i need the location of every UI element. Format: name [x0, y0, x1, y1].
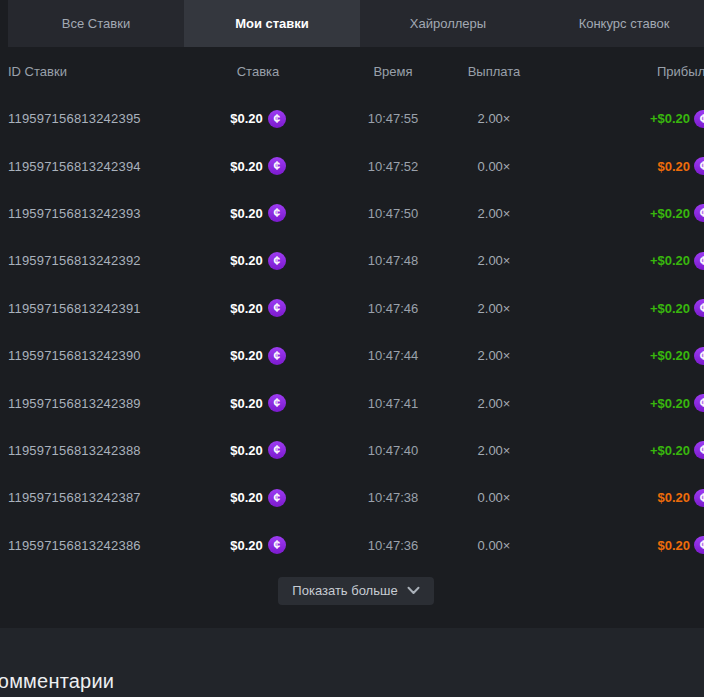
bet-id-cell: 119597156813242389: [0, 396, 180, 411]
tab-0[interactable]: Все Ставки: [8, 0, 184, 47]
bet-id: 119597156813242386: [8, 538, 141, 553]
coin-icon: ¢: [694, 536, 704, 554]
bet-profit: $0.20: [657, 490, 690, 505]
bet-time: 10:47:38: [368, 490, 419, 505]
coin-icon: ¢: [268, 441, 286, 459]
table-row[interactable]: 119597156813242390 $0.20 ¢ 10:47:44 2.00…: [0, 332, 704, 379]
bet-id-cell: 119597156813242391: [0, 301, 180, 316]
bet-profit: +$0.20: [650, 206, 690, 221]
bet-profit-cell: +$0.20 ¢: [650, 394, 704, 412]
coin-icon: ¢: [268, 536, 286, 554]
tab-2[interactable]: Хайроллеры: [360, 0, 536, 47]
bet-amount: $0.20: [230, 206, 263, 221]
table-row[interactable]: 119597156813242391 $0.20 ¢ 10:47:46 2.00…: [0, 285, 704, 332]
bet-payout: 2.00×: [478, 253, 511, 268]
bet-id-cell: 119597156813242395: [0, 111, 180, 126]
bet-time-cell: 10:47:46: [368, 301, 419, 316]
bet-time: 10:47:40: [368, 443, 419, 458]
bet-payout: 0.00×: [478, 159, 511, 174]
coin-icon: ¢: [268, 252, 286, 270]
bet-amount-cell: $0.20 ¢: [230, 299, 286, 317]
bet-time-cell: 10:47:50: [368, 206, 419, 221]
table-row[interactable]: 119597156813242395 $0.20 ¢ 10:47:55 2.00…: [0, 95, 704, 142]
header-bet-id: ID Ставки: [0, 64, 180, 79]
bet-id-cell: 119597156813242390: [0, 348, 180, 363]
coin-icon: ¢: [694, 299, 704, 317]
bet-time: 10:47:50: [368, 206, 419, 221]
bet-payout: 2.00×: [478, 443, 511, 458]
bet-id-cell: 119597156813242388: [0, 443, 180, 458]
coin-icon: ¢: [694, 252, 704, 270]
tab-3[interactable]: Конкурс ставок: [536, 0, 704, 47]
bet-time: 10:47:36: [368, 538, 419, 553]
bet-payout-cell: 2.00×: [478, 348, 511, 363]
bet-payout: 2.00×: [478, 348, 511, 363]
tab-label: Хайроллеры: [410, 16, 486, 31]
bet-profit: +$0.20: [650, 443, 690, 458]
bet-profit: +$0.20: [650, 111, 690, 126]
bets-table-body: 119597156813242395 $0.20 ¢ 10:47:55 2.00…: [0, 95, 704, 569]
bet-profit: $0.20: [657, 538, 690, 553]
bet-time: 10:47:44: [368, 348, 419, 363]
bet-time: 10:47:41: [368, 396, 419, 411]
header-profit: Прибыль: [657, 64, 704, 79]
bet-profit: +$0.20: [650, 396, 690, 411]
bet-time-cell: 10:47:38: [368, 490, 419, 505]
bet-profit-cell: +$0.20 ¢: [650, 441, 704, 459]
bet-payout-cell: 2.00×: [478, 443, 511, 458]
header-time: Время: [373, 64, 412, 79]
bet-payout: 2.00×: [478, 301, 511, 316]
tab-1[interactable]: Мои ставки: [184, 0, 360, 47]
bet-payout-cell: 2.00×: [478, 253, 511, 268]
coin-icon: ¢: [694, 441, 704, 459]
coin-icon: ¢: [268, 394, 286, 412]
coin-icon: ¢: [268, 347, 286, 365]
bet-profit-cell: +$0.20 ¢: [650, 252, 704, 270]
bet-time-cell: 10:47:41: [368, 396, 419, 411]
bet-profit: +$0.20: [650, 301, 690, 316]
bet-amount-cell: $0.20 ¢: [230, 394, 286, 412]
bets-tabbar: Все Ставки Мои ставки Хайроллеры Конкурс…: [8, 0, 704, 47]
bet-payout-cell: 2.00×: [478, 301, 511, 316]
table-row[interactable]: 119597156813242393 $0.20 ¢ 10:47:50 2.00…: [0, 190, 704, 237]
table-row[interactable]: 119597156813242389 $0.20 ¢ 10:47:41 2.00…: [0, 379, 704, 426]
show-more-button[interactable]: Показать больше: [278, 577, 433, 605]
bet-amount: $0.20: [230, 301, 263, 316]
comments-section: Комментарии: [0, 628, 704, 697]
coin-icon: ¢: [268, 157, 286, 175]
bet-time-cell: 10:47:40: [368, 443, 419, 458]
bet-profit: $0.20: [657, 159, 690, 174]
bet-profit: +$0.20: [650, 348, 690, 363]
bet-amount: $0.20: [230, 111, 263, 126]
bet-id: 119597156813242388: [8, 443, 141, 458]
bet-amount: $0.20: [230, 490, 263, 505]
show-more-wrap: Показать больше: [0, 577, 704, 605]
bet-amount-cell: $0.20 ¢: [230, 157, 286, 175]
bet-profit-cell: $0.20 ¢: [657, 157, 704, 175]
bet-id-cell: 119597156813242393: [0, 206, 180, 221]
bet-payout: 2.00×: [478, 396, 511, 411]
bet-amount: $0.20: [230, 348, 263, 363]
table-row[interactable]: 119597156813242388 $0.20 ¢ 10:47:40 2.00…: [0, 427, 704, 474]
tab-label: Мои ставки: [235, 16, 309, 31]
bet-time: 10:47:55: [368, 111, 419, 126]
bet-amount-cell: $0.20 ¢: [230, 110, 286, 128]
bet-id: 119597156813242391: [8, 301, 141, 316]
bet-profit-cell: +$0.20 ¢: [650, 347, 704, 365]
bet-id-cell: 119597156813242387: [0, 490, 180, 505]
bet-payout: 2.00×: [478, 206, 511, 221]
bet-payout: 0.00×: [478, 538, 511, 553]
table-row[interactable]: 119597156813242392 $0.20 ¢ 10:47:48 2.00…: [0, 237, 704, 284]
bet-profit-cell: $0.20 ¢: [657, 536, 704, 554]
bet-amount: $0.20: [230, 443, 263, 458]
table-row[interactable]: 119597156813242387 $0.20 ¢ 10:47:38 0.00…: [0, 474, 704, 521]
table-row[interactable]: 119597156813242386 $0.20 ¢ 10:47:36 0.00…: [0, 522, 704, 569]
bet-amount-cell: $0.20 ¢: [230, 252, 286, 270]
coin-icon: ¢: [268, 110, 286, 128]
bet-id: 119597156813242390: [8, 348, 141, 363]
header-payout: Выплата: [468, 64, 521, 79]
bet-amount-cell: $0.20 ¢: [230, 204, 286, 222]
show-more-label: Показать больше: [292, 583, 397, 598]
tab-label: Конкурс ставок: [579, 16, 670, 31]
table-row[interactable]: 119597156813242394 $0.20 ¢ 10:47:52 0.00…: [0, 142, 704, 189]
